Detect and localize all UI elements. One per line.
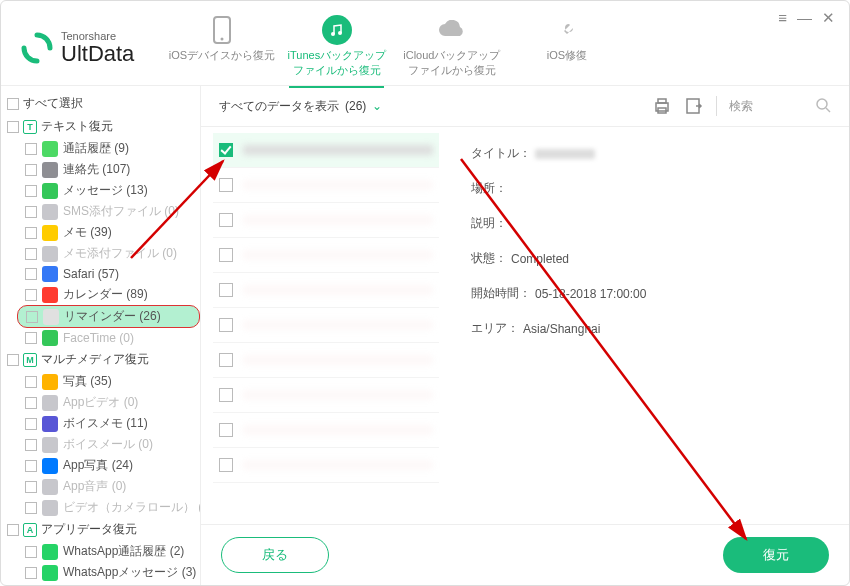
window-controls: ≡ — ✕ <box>778 9 835 27</box>
item-checkbox[interactable] <box>25 268 37 280</box>
group-checkbox[interactable] <box>7 121 19 133</box>
sidebar-item[interactable]: FaceTime (0) <box>7 328 200 348</box>
list-row[interactable] <box>213 343 439 378</box>
list-row[interactable] <box>213 133 439 168</box>
item-label: WhatsApp通話履歴 (2) <box>63 543 184 560</box>
item-checkbox[interactable] <box>25 567 37 579</box>
restore-button[interactable]: 復元 <box>723 537 829 573</box>
tab-repair[interactable]: iOS修復 <box>509 9 624 87</box>
list-row[interactable] <box>213 273 439 308</box>
list-row[interactable] <box>213 308 439 343</box>
item-checkbox[interactable] <box>25 418 37 430</box>
sidebar-item[interactable]: App音声 (0) <box>7 476 200 497</box>
row-checkbox[interactable] <box>219 283 233 297</box>
item-checkbox[interactable] <box>25 206 37 218</box>
row-checkbox[interactable] <box>219 248 233 262</box>
sidebar-item[interactable]: Appビデオ (0) <box>7 392 200 413</box>
item-checkbox[interactable] <box>25 185 37 197</box>
item-label: 写真 (35) <box>63 373 112 390</box>
tab-itunes[interactable]: iTunesバックアップ ファイルから復元 <box>279 9 394 87</box>
group-checkbox[interactable] <box>7 524 19 536</box>
row-checkbox[interactable] <box>219 178 233 192</box>
sidebar-item[interactable]: Safari (57) <box>7 264 200 284</box>
item-checkbox[interactable] <box>25 376 37 388</box>
item-icon <box>42 162 58 178</box>
filter-dropdown[interactable]: すべてのデータを表示 (26) ⌄ <box>219 98 382 115</box>
sidebar-item[interactable]: WhatsApp通話履歴 (2) <box>7 541 200 562</box>
sidebar-item[interactable]: 通話履歴 (9) <box>7 138 200 159</box>
group-checkbox[interactable] <box>7 354 19 366</box>
row-checkbox[interactable] <box>219 353 233 367</box>
export-icon[interactable] <box>684 96 704 116</box>
detail-title-value <box>535 149 595 159</box>
list-row[interactable] <box>213 378 439 413</box>
row-checkbox[interactable] <box>219 458 233 472</box>
tab-icloud[interactable]: iCloudバックアップ ファイルから復元 <box>394 9 509 87</box>
tab-label: iTunesバックアップ ファイルから復元 <box>283 48 390 77</box>
item-checkbox[interactable] <box>25 143 37 155</box>
item-checkbox[interactable] <box>25 248 37 260</box>
sidebar-item[interactable]: SMS添付ファイル (0) <box>7 201 200 222</box>
row-checkbox[interactable] <box>219 423 233 437</box>
sidebar-item[interactable]: ボイスメール (0) <box>7 434 200 455</box>
sidebar-item[interactable]: ボイスメモ (11) <box>7 413 200 434</box>
item-checkbox[interactable] <box>25 289 37 301</box>
item-icon <box>42 479 58 495</box>
item-icon <box>42 544 58 560</box>
sidebar-item[interactable]: リマインダー (26) <box>17 305 200 328</box>
item-checkbox[interactable] <box>25 546 37 558</box>
sidebar-item[interactable]: メッセージ (13) <box>7 180 200 201</box>
sidebar-item[interactable]: App写真 (24) <box>7 455 200 476</box>
row-checkbox[interactable] <box>219 143 233 157</box>
sidebar-item[interactable]: メモ (39) <box>7 222 200 243</box>
row-checkbox[interactable] <box>219 318 233 332</box>
item-checkbox[interactable] <box>25 397 37 409</box>
list-row[interactable] <box>213 168 439 203</box>
item-label: カレンダー (89) <box>63 286 148 303</box>
item-checkbox[interactable] <box>25 332 37 344</box>
row-checkbox[interactable] <box>219 388 233 402</box>
device-icon <box>207 15 237 45</box>
print-icon[interactable] <box>652 96 672 116</box>
close-icon[interactable]: ✕ <box>822 9 835 27</box>
sidebar-item[interactable]: カレンダー (89) <box>7 284 200 305</box>
sidebar-item[interactable]: 写真 (35) <box>7 371 200 392</box>
group-title: マルチメディア復元 <box>41 351 149 368</box>
sidebar-item[interactable]: メモ添付ファイル (0) <box>7 243 200 264</box>
list-row[interactable] <box>213 203 439 238</box>
sidebar-item[interactable]: WhatsApp添付ファイル (0) <box>7 583 200 585</box>
item-label: SMS添付ファイル (0) <box>63 203 179 220</box>
sidebar-item[interactable]: WhatsAppメッセージ (3) <box>7 562 200 583</box>
item-checkbox[interactable] <box>25 460 37 472</box>
row-checkbox[interactable] <box>219 213 233 227</box>
list-row[interactable] <box>213 448 439 483</box>
item-icon <box>42 437 58 453</box>
item-icon <box>42 500 58 516</box>
list-row[interactable] <box>213 238 439 273</box>
sidebar-item[interactable]: 連絡先 (107) <box>7 159 200 180</box>
search-icon[interactable] <box>815 97 831 116</box>
sidebar-item[interactable]: ビデオ（カメラロール） (0) <box>7 497 200 518</box>
item-checkbox[interactable] <box>25 502 37 514</box>
item-label: メモ (39) <box>63 224 112 241</box>
tab-device[interactable]: iOSデバイスから復元 <box>164 9 279 87</box>
item-checkbox[interactable] <box>25 227 37 239</box>
item-checkbox[interactable] <box>25 481 37 493</box>
select-all-checkbox[interactable] <box>7 98 19 110</box>
item-checkbox[interactable] <box>25 439 37 451</box>
item-icon <box>42 266 58 282</box>
svg-point-3 <box>338 31 342 35</box>
menu-icon[interactable]: ≡ <box>778 9 787 27</box>
row-text <box>243 250 433 260</box>
row-text <box>243 180 433 190</box>
search-input[interactable]: 検索 <box>729 98 753 115</box>
row-text <box>243 145 433 155</box>
item-checkbox[interactable] <box>25 164 37 176</box>
list-row[interactable] <box>213 413 439 448</box>
minimize-icon[interactable]: — <box>797 9 812 27</box>
detail-status-value: Completed <box>511 252 569 266</box>
item-checkbox[interactable] <box>26 311 38 323</box>
back-button[interactable]: 戻る <box>221 537 329 573</box>
row-text <box>243 215 433 225</box>
top-tabs: iOSデバイスから復元 iTunesバックアップ ファイルから復元 iCloud… <box>164 9 829 87</box>
